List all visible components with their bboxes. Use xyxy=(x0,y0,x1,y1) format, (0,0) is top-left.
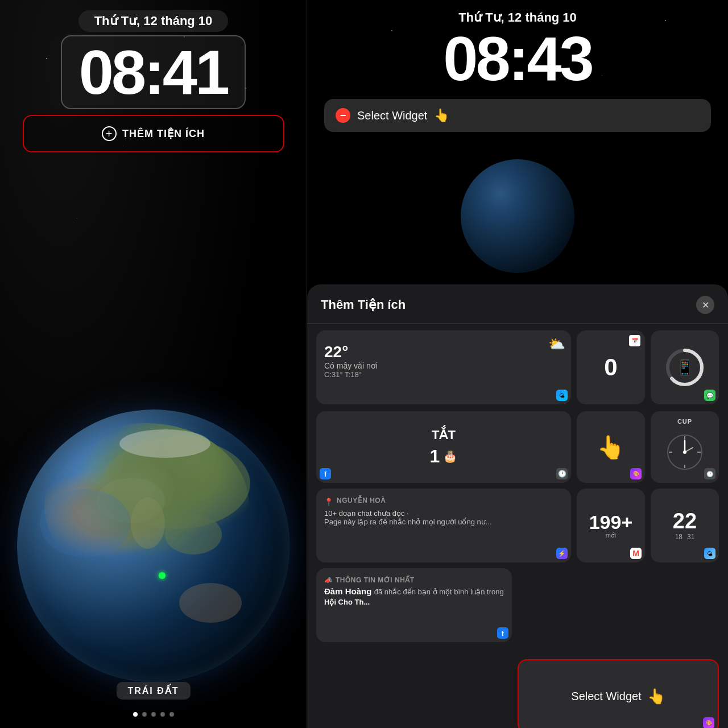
weather-small-icon: 🌤 xyxy=(704,548,715,559)
sheet-header: Thêm Tiện ích ✕ xyxy=(307,284,728,324)
thong-corner-icon: f xyxy=(497,627,508,639)
phone-icon: 📱 xyxy=(676,359,694,377)
nguyen-header: 📍 NGUYỄN HOÀ xyxy=(324,497,563,507)
tat-widget[interactable]: TẮT 🕐 1 🎂 f xyxy=(316,411,571,483)
globe xyxy=(17,410,290,682)
thong-bold-text: Hội Cho Th... xyxy=(324,598,370,606)
phone-ring-widget: 📱 xyxy=(664,347,705,388)
cake-icon: 🎂 xyxy=(443,449,457,463)
left-panel: Thứ Tư, 12 tháng 10 08:41 + THÊM TIỆN ÍC… xyxy=(0,0,307,728)
svg-point-5 xyxy=(179,583,242,623)
clock-sub-2: 31 xyxy=(687,533,694,541)
right-panel: Thứ Tư, 12 tháng 10 08:43 − Select Widge… xyxy=(307,0,728,728)
time-label-right: 08:43 xyxy=(443,27,592,90)
dot-1 xyxy=(133,712,138,717)
svg-point-2 xyxy=(119,429,210,458)
dot-4 xyxy=(160,712,165,717)
clock-22-corner-icons: 🌤 xyxy=(704,548,715,559)
hand-widget[interactable]: 👆 🎨 xyxy=(577,411,645,483)
dot-3 xyxy=(151,712,156,717)
select-widget-corner-icon: 🎨 xyxy=(703,717,714,728)
svg-point-1 xyxy=(97,478,165,523)
clock-sub-1: 18 xyxy=(675,533,682,541)
gmail-icon: M xyxy=(630,548,642,559)
clock-22-number: 22 xyxy=(673,510,697,532)
thong-tin-widget[interactable]: 📣 THÔNG TIN MỚI NHẤT Đàm Hoàng đã nhắc đ… xyxy=(316,568,512,642)
svg-point-0 xyxy=(102,438,250,529)
globe-container xyxy=(17,410,290,682)
calendar-widget[interactable]: 0 📅 xyxy=(577,330,645,404)
cup-label: CUP xyxy=(651,418,719,425)
svg-point-4 xyxy=(131,498,165,549)
svg-point-3 xyxy=(165,515,222,555)
dot-2 xyxy=(142,712,147,717)
weather-widget[interactable]: ⛅ 22° Có mây vài nơi C:31° T:18° 🌤 xyxy=(316,330,571,404)
sheet-title: Thêm Tiện ích xyxy=(321,297,406,312)
count-widget[interactable]: 199+ mới M xyxy=(577,489,645,562)
cup-clock-icon: 🕐 xyxy=(704,468,715,479)
clock-22-widget[interactable]: 22 18 31 🌤 xyxy=(651,489,719,562)
hand-corner-icon: 🎨 xyxy=(630,468,642,479)
globe-small xyxy=(461,159,574,273)
cup-widget[interactable]: CUP xyxy=(651,411,719,483)
nguyen-title-text: NGUYỄN HOÀ xyxy=(337,497,386,504)
minus-button[interactable]: − xyxy=(336,108,350,123)
widgetkit-icon-2: 🎨 xyxy=(703,717,714,728)
earth-label: TRÁI ĐẤT xyxy=(116,682,190,700)
bottom-sheet: Thêm Tiện ích ✕ ⛅ 22° Có mây vài nơi C:3… xyxy=(307,284,728,728)
facebook-icon: f xyxy=(320,468,331,479)
calendar-icon: 📅 xyxy=(629,335,640,346)
weather-cloud-icon: ⛅ xyxy=(548,336,565,352)
weather-temp: 22° xyxy=(324,343,348,361)
thong-content: Đàm Hoàng đã nhắc đến bạn ở một bình luậ… xyxy=(324,586,504,607)
messages-icon: 💬 xyxy=(704,390,715,401)
nguyen-msg: 10+ đoạn chat chưa đọc · xyxy=(324,509,563,518)
count-corner-icons: M xyxy=(630,548,642,559)
add-widget-button[interactable]: + THÊM TIỆN ÍCH xyxy=(23,115,284,152)
widget-row-2: TẮT 🕐 1 🎂 f 👆 xyxy=(307,411,728,483)
select-widget-label: Select Widget xyxy=(571,690,641,703)
time-label-left: 08:41 xyxy=(61,35,246,109)
facebook-icon-2: f xyxy=(497,627,508,639)
thong-icon: 📣 xyxy=(324,577,332,584)
select-widget-top-text: Select Widget xyxy=(357,109,427,122)
phone-widget[interactable]: 📱 💬 xyxy=(651,330,719,404)
calendar-app-icons: 📅 xyxy=(629,335,640,346)
dot-5 xyxy=(169,712,174,717)
hand-pointer-icon: 👆 xyxy=(597,434,625,461)
clock-sub-times: 18 31 xyxy=(675,533,695,541)
weather-app-icon: 🌤 xyxy=(556,390,568,401)
cake-bottom-icons: f xyxy=(320,468,331,479)
thong-action-text: đã nhắc đến bạn ở một bình luận trong xyxy=(374,588,504,596)
widget-row-3: 📍 NGUYỄN HOÀ 10+ đoạn chat chưa đọc · Pa… xyxy=(307,483,728,562)
thong-header: 📣 THÔNG TIN MỚI NHẤT xyxy=(324,576,504,584)
date-label-left: Thứ Tư, 12 tháng 10 xyxy=(78,10,229,32)
tat-corner-icons: 🕐 xyxy=(556,468,568,479)
calendar-number: 0 xyxy=(604,355,617,379)
hand-icon-top: 👆 xyxy=(434,108,449,123)
weather-desc: Có mây vài nơi xyxy=(324,361,563,370)
svg-point-16 xyxy=(683,450,686,454)
thong-title-text: THÔNG TIN MỚI NHẤT xyxy=(336,576,415,584)
nguyen-corner-icon: ⚡ xyxy=(556,548,568,559)
phone-corner-icons: 💬 xyxy=(704,390,715,401)
count-199-number: 199+ xyxy=(589,512,633,532)
widgetkit-icon: 🎨 xyxy=(630,468,642,479)
add-widget-label: THÊM TIỆN ÍCH xyxy=(122,127,205,140)
nguyen-desc-text: Page này lập ra để nhắc nhở mọi người uố… xyxy=(324,518,563,526)
count-label-text: mới xyxy=(606,532,617,539)
weather-range: C:31° T:18° xyxy=(324,370,563,379)
weather-corner-icons: 🌤 xyxy=(556,390,568,401)
select-widget-highlighted[interactable]: Select Widget 👆 🎨 xyxy=(518,659,719,728)
widget-row-1: ⛅ 22° Có mây vài nơi C:31° T:18° 🌤 0 📅 xyxy=(307,324,728,411)
svg-point-6 xyxy=(40,489,131,557)
plus-icon: + xyxy=(102,126,117,141)
clock-icon: 🕐 xyxy=(556,468,568,479)
select-widget-top-bar[interactable]: − Select Widget 👆 xyxy=(324,99,711,132)
thong-name-text: Đàm Hoàng xyxy=(324,586,371,596)
nguyen-hoa-widget[interactable]: 📍 NGUYỄN HOÀ 10+ đoạn chat chưa đọc · Pa… xyxy=(316,489,571,562)
cup-clock xyxy=(664,432,705,475)
page-dots xyxy=(133,712,174,717)
tat-label: TẮT xyxy=(432,428,456,442)
close-button[interactable]: ✕ xyxy=(696,296,714,314)
